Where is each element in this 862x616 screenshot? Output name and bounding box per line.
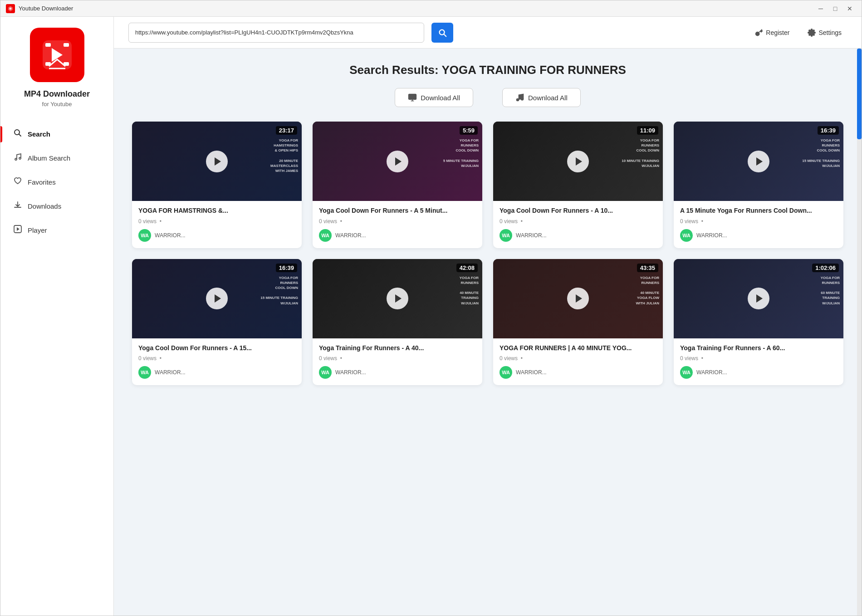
maximize-button[interactable]: □ — [829, 2, 842, 15]
settings-button[interactable]: Settings — [802, 26, 847, 39]
svg-marker-21 — [756, 157, 763, 166]
video-card-v4[interactable]: YOGA FOR RUNNERS COOL DOWN 15 MINUTE TRA… — [674, 122, 843, 248]
svg-marker-24 — [576, 294, 582, 303]
app-subtitle: for Youtube — [42, 101, 72, 108]
svg-point-10 — [15, 158, 17, 160]
music-icon — [13, 152, 22, 164]
svg-marker-25 — [756, 294, 763, 303]
svg-marker-23 — [395, 294, 402, 303]
window-title: Youtube Downloader — [19, 5, 814, 12]
thumb-text-v1: YOGA FOR HAMSTRINGS & OPEN HIPS 20 MINUT… — [270, 138, 298, 197]
svg-rect-2 — [45, 43, 51, 47]
app-name: MP4 Downloader — [24, 89, 90, 99]
register-button[interactable]: Register — [749, 26, 795, 39]
thumbnail-v3: YOGA FOR RUNNERS COOL DOWN 10 MINUTE TRA… — [493, 122, 663, 201]
duration-v4: 16:39 — [818, 126, 839, 135]
play-button-v7[interactable] — [567, 288, 589, 309]
app-body: MP4 Downloader for Youtube Search — [0, 17, 862, 616]
play-button-v3[interactable] — [567, 151, 589, 172]
sidebar-album-search-label: Album Search — [28, 154, 70, 162]
video-card-v5[interactable]: YOGA FOR RUNNERS COOL DOWN 15 MINUTE TRA… — [132, 259, 302, 386]
video-info-v1: YOGA FOR HAMSTRINGS &... 0 views • WA WA… — [132, 201, 302, 248]
channel-name-v3: WARRIOR... — [516, 232, 547, 239]
video-title-v3: Yoga Cool Down For Runners - A 10... — [500, 206, 656, 215]
search-button[interactable] — [431, 23, 453, 43]
thumbnail-v8: YOGA FOR RUNNERS 60 MINUTE TRAINING w/Ju… — [674, 259, 843, 338]
video-card-v2[interactable]: YOGA FOR RUNNERS COOL DOWN 5 MINUTE TRAI… — [313, 122, 482, 248]
svg-point-16 — [517, 99, 519, 101]
video-title-v7: YOGA FOR RUNNERS | A 40 MINUTE YOG... — [500, 344, 656, 353]
svg-rect-3 — [64, 43, 69, 47]
play-button-v4[interactable] — [748, 151, 769, 172]
thumb-text-v2: YOGA FOR RUNNERS COOL DOWN 5 MINUTE TRAI… — [443, 138, 479, 197]
video-info-v2: Yoga Cool Down For Runners - A 5 Minut..… — [313, 201, 482, 248]
duration-v6: 42:08 — [456, 264, 478, 272]
topbar: Register Settings — [114, 17, 862, 49]
duration-v7: 43:35 — [637, 264, 658, 272]
play-button-v2[interactable] — [387, 151, 408, 172]
thumb-text-v5: YOGA FOR RUNNERS COOL DOWN 15 MINUTE TRA… — [260, 275, 298, 335]
channel-name-v7: WARRIOR... — [516, 369, 547, 376]
duration-v5: 16:39 — [276, 264, 297, 272]
video-channel-v1: WA WARRIOR... — [138, 229, 295, 242]
channel-avatar-v8: WA — [680, 366, 693, 379]
play-button-v6[interactable] — [387, 288, 408, 309]
thumbnail-v6: YOGA FOR RUNNERS 40 MINUTE TRAINING w/Ju… — [313, 259, 482, 338]
channel-name-v5: WARRIOR... — [155, 369, 186, 376]
video-views-v2: 0 views • — [319, 218, 476, 225]
thumb-text-v7: YOGA FOR RUNNERS 40 MINUTE YOGA FLOW wit… — [636, 275, 659, 335]
play-button-v8[interactable] — [748, 288, 769, 309]
video-card-v1[interactable]: YOGA FOR HAMSTRINGS & OPEN HIPS 20 MINUT… — [132, 122, 302, 248]
thumbnail-v1: YOGA FOR HAMSTRINGS & OPEN HIPS 20 MINUT… — [132, 122, 302, 201]
sidebar-item-favorites[interactable]: Favorites — [0, 170, 113, 194]
video-info-v6: Yoga Training For Runners - A 40... 0 vi… — [313, 338, 482, 386]
download-all-bar: Download All Download All — [132, 88, 843, 107]
video-title-v6: Yoga Training For Runners - A 40... — [319, 344, 476, 353]
video-views-v8: 0 views • — [680, 355, 837, 362]
video-title-v2: Yoga Cool Down For Runners - A 5 Minut..… — [319, 206, 476, 215]
sidebar-item-album-search[interactable]: Album Search — [0, 146, 113, 170]
search-icon — [13, 128, 22, 140]
minimize-button[interactable]: ─ — [814, 2, 827, 15]
channel-avatar-v4: WA — [680, 229, 693, 242]
video-views-v3: 0 views • — [500, 218, 656, 225]
sidebar-item-downloads[interactable]: Downloads — [0, 194, 113, 218]
app-window: Youtube Downloader ─ □ ✕ MP4 — [0, 0, 862, 616]
thumb-bg-v2: YOGA FOR RUNNERS COOL DOWN 5 MINUTE TRAI… — [313, 122, 482, 201]
thumb-text-v6: YOGA FOR RUNNERS 40 MINUTE TRAINING w/Ju… — [460, 275, 479, 335]
video-title-v5: Yoga Cool Down For Runners - A 15... — [138, 344, 295, 353]
video-card-v7[interactable]: YOGA FOR RUNNERS 40 MINUTE YOGA FLOW wit… — [493, 259, 663, 386]
play-button-v1[interactable] — [206, 151, 228, 172]
duration-v8: 1:02:06 — [812, 264, 839, 272]
scrollbar-thumb[interactable] — [857, 49, 862, 139]
video-card-v8[interactable]: YOGA FOR RUNNERS 60 MINUTE TRAINING w/Ju… — [674, 259, 843, 386]
video-channel-v3: WA WARRIOR... — [500, 229, 656, 242]
close-button[interactable]: ✕ — [843, 2, 856, 15]
play-button-v5[interactable] — [206, 288, 228, 309]
svg-marker-20 — [576, 157, 582, 166]
video-channel-v8: WA WARRIOR... — [680, 366, 837, 379]
channel-name-v4: WARRIOR... — [696, 232, 727, 239]
thumb-text-v4: YOGA FOR RUNNERS COOL DOWN 15 MINUTE TRA… — [802, 138, 840, 197]
thumb-text-v3: YOGA FOR RUNNERS COOL DOWN 10 MINUTE TRA… — [622, 138, 659, 197]
download-all-video-button[interactable]: Download All — [395, 88, 473, 107]
sidebar-item-player[interactable]: Player — [0, 218, 113, 242]
svg-rect-15 — [409, 94, 416, 100]
url-input[interactable] — [128, 23, 424, 43]
sidebar-search-label: Search — [28, 130, 50, 138]
video-card-v6[interactable]: YOGA FOR RUNNERS 40 MINUTE TRAINING w/Ju… — [313, 259, 482, 386]
channel-name-v1: WARRIOR... — [155, 232, 186, 239]
video-title-v4: A 15 Minute Yoga For Runners Cool Down..… — [680, 206, 837, 215]
player-icon — [13, 225, 22, 236]
sidebar-item-search[interactable]: Search — [0, 122, 113, 146]
video-info-v5: Yoga Cool Down For Runners - A 15... 0 v… — [132, 338, 302, 386]
svg-marker-19 — [395, 157, 402, 166]
video-channel-v5: WA WARRIOR... — [138, 366, 295, 379]
thumbnail-v7: YOGA FOR RUNNERS 40 MINUTE YOGA FLOW wit… — [493, 259, 663, 338]
settings-label: Settings — [818, 29, 842, 36]
channel-name-v8: WARRIOR... — [696, 369, 727, 376]
download-all-audio-button[interactable]: Download All — [502, 88, 581, 107]
video-title-v1: YOGA FOR HAMSTRINGS &... — [138, 206, 295, 215]
scrollbar-track[interactable] — [857, 49, 862, 616]
video-card-v3[interactable]: YOGA FOR RUNNERS COOL DOWN 10 MINUTE TRA… — [493, 122, 663, 248]
